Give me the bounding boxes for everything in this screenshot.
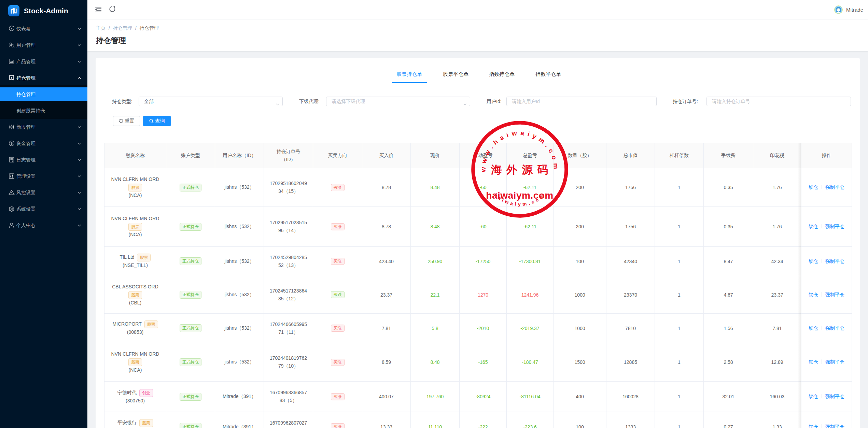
force-close-link[interactable]: 强制平仓 xyxy=(825,424,844,428)
current-price: 11.110 xyxy=(428,424,442,428)
chevron-down-icon xyxy=(78,224,81,227)
sidebar-item-4[interactable]: 新股管理 xyxy=(0,120,87,134)
cell-r7-c8: -223.6 xyxy=(507,412,554,428)
lock-position-link[interactable]: 锁仓 xyxy=(809,325,818,331)
name-tag: 创业 xyxy=(139,389,153,397)
chevron-down-icon xyxy=(78,207,81,211)
cell-r2-c12: 8.47 xyxy=(704,247,753,276)
direction-tag: 买涨 xyxy=(331,223,345,230)
total-pl: -62.11 xyxy=(523,185,537,190)
cell-r1-c5: 8.78 xyxy=(362,207,411,247)
total-pl: -62.11 xyxy=(523,224,537,229)
buy-price: 423.40 xyxy=(379,259,394,264)
account-type-tag: 正式持仓 xyxy=(180,393,201,401)
breadcrumb-item-0[interactable]: 主页 xyxy=(96,25,106,31)
cell-r2-c8: -17300.81 xyxy=(507,247,554,276)
cell-r6-c6: 197.760 xyxy=(411,382,460,412)
tabbar-border xyxy=(104,83,851,83)
funds-icon xyxy=(9,140,15,146)
lock-position-link[interactable]: 锁仓 xyxy=(809,292,818,297)
force-close-link[interactable]: 强制平仓 xyxy=(825,325,844,331)
cell-r1-c6: 8.48 xyxy=(411,207,460,247)
floating-pl: -165 xyxy=(478,359,488,365)
force-close-link[interactable]: 强制平仓 xyxy=(825,224,844,229)
stamp-tax: 7.81 xyxy=(772,326,782,331)
current-price: 8.48 xyxy=(430,224,439,229)
cell-r6-c8: -81116.04 xyxy=(507,382,554,412)
col-header-0: 融资名称 xyxy=(104,143,166,168)
sidebar-item-1[interactable]: 用户管理 xyxy=(0,38,87,52)
cell-r5-c10: 12885 xyxy=(606,343,655,382)
cell-r3-c12: 4.67 xyxy=(704,276,753,314)
cell-r4-c10: 7810 xyxy=(606,314,655,343)
order-number: 1702452980428552（13） xyxy=(265,254,311,269)
cell-r2-c3: 1702452980428552（13） xyxy=(264,247,313,276)
sidebar-subitem-1[interactable]: 创建股票持仓 xyxy=(0,104,87,117)
cell-r3-c11: 1 xyxy=(655,276,704,314)
lock-position-link[interactable]: 锁仓 xyxy=(809,394,818,399)
tab-1[interactable]: 股票平仓单 xyxy=(443,69,468,83)
sidebar-item-7[interactable]: 管理设置 xyxy=(0,169,87,183)
action-divider xyxy=(822,326,822,330)
lock-position-link[interactable]: 锁仓 xyxy=(809,224,818,229)
cell-r3-c3: 1702451712386435（12） xyxy=(264,276,313,314)
lock-position-link[interactable]: 锁仓 xyxy=(809,184,818,190)
sidebar-item-10[interactable]: 个人中心 xyxy=(0,218,87,232)
filter-select-1[interactable]: 请选择下级代理 xyxy=(326,97,470,106)
force-close-link[interactable]: 强制平仓 xyxy=(825,258,844,264)
cell-r2-c14: 锁仓强制平仓 xyxy=(801,247,852,276)
search-button[interactable]: 查询 xyxy=(143,116,171,126)
filter-select-0[interactable]: 全部 xyxy=(139,97,283,106)
col-header-13: 印花税 xyxy=(753,143,801,168)
cell-r3-c1: 正式持仓 xyxy=(166,276,215,314)
menu-fold-icon[interactable] xyxy=(95,6,101,13)
refresh-icon[interactable] xyxy=(109,6,115,12)
sidebar-item-9[interactable]: 系统设置 xyxy=(0,202,87,216)
tab-0[interactable]: 股票持仓单 xyxy=(396,69,422,83)
sidebar-item-8[interactable]: 风控设置 xyxy=(0,186,87,199)
instrument-name: NVN CLFRN MN ORD股票(NCA) xyxy=(106,350,165,374)
cell-r7-c6: 11.110 xyxy=(411,412,460,428)
tab-3[interactable]: 指数平仓单 xyxy=(535,69,561,83)
force-close-link[interactable]: 强制平仓 xyxy=(825,359,844,365)
user-menu[interactable]: Mitrade xyxy=(834,0,863,19)
order-number: 1670996336685783（5） xyxy=(265,389,311,404)
leverage: 1 xyxy=(678,185,681,190)
market-value: 1756 xyxy=(625,224,636,229)
quantity: 1000 xyxy=(574,326,585,331)
force-close-link[interactable]: 强制平仓 xyxy=(825,394,844,399)
cell-r6-c10: 160028 xyxy=(606,382,655,412)
breadcrumb-separator: / xyxy=(135,25,137,31)
cell-r7-c13: 1.33 xyxy=(753,412,801,428)
chevron-down-icon xyxy=(78,27,81,31)
topbar: Mitrade xyxy=(87,0,868,19)
force-close-link[interactable]: 强制平仓 xyxy=(825,292,844,297)
sidebar-item-5[interactable]: 资金管理 xyxy=(0,137,87,150)
quantity: 100 xyxy=(576,424,584,428)
chevron-down-icon xyxy=(78,60,81,63)
app-root: Stock-Admin 仪表盘 用户管理 产品管理 持仓管理持仓管理创建股票持仓… xyxy=(0,0,868,428)
cell-r2-c4: 买涨 xyxy=(313,247,362,276)
lock-position-link[interactable]: 锁仓 xyxy=(809,258,818,264)
force-close-link[interactable]: 强制平仓 xyxy=(825,184,844,190)
sidebar-item-0[interactable]: 仪表盘 xyxy=(0,22,87,35)
action-divider xyxy=(822,424,822,428)
breadcrumb-item-1[interactable]: 持仓管理 xyxy=(113,25,132,31)
lock-position-link[interactable]: 锁仓 xyxy=(809,359,818,365)
filter-input-2[interactable]: 请输入用户Id xyxy=(506,97,657,106)
tab-2[interactable]: 指数持仓单 xyxy=(489,69,515,83)
sidebar-subitem-0[interactable]: 持仓管理 xyxy=(0,87,87,101)
sidebar-item-3[interactable]: 持仓管理 xyxy=(0,71,87,85)
cell-r6-c7: -80924 xyxy=(460,382,507,412)
cell-r4-c2: jishns（532） xyxy=(215,314,264,343)
lock-position-link[interactable]: 锁仓 xyxy=(809,424,818,428)
sidebar-item-6[interactable]: 日志管理 xyxy=(0,153,87,167)
risk-icon xyxy=(9,189,15,196)
filter-input-3[interactable]: 请输入持仓订单号 xyxy=(706,97,851,106)
total-pl: -180.47 xyxy=(522,359,538,365)
total-pl: -17300.81 xyxy=(519,259,541,264)
reset-button[interactable]: 重置 xyxy=(113,116,140,126)
cell-r4-c4: 买涨 xyxy=(313,314,362,343)
table-row-3: CBL ASSOCITS ORD股票(CBL)正式持仓jishns（532）17… xyxy=(104,276,852,314)
sidebar-item-2[interactable]: 产品管理 xyxy=(0,55,87,68)
